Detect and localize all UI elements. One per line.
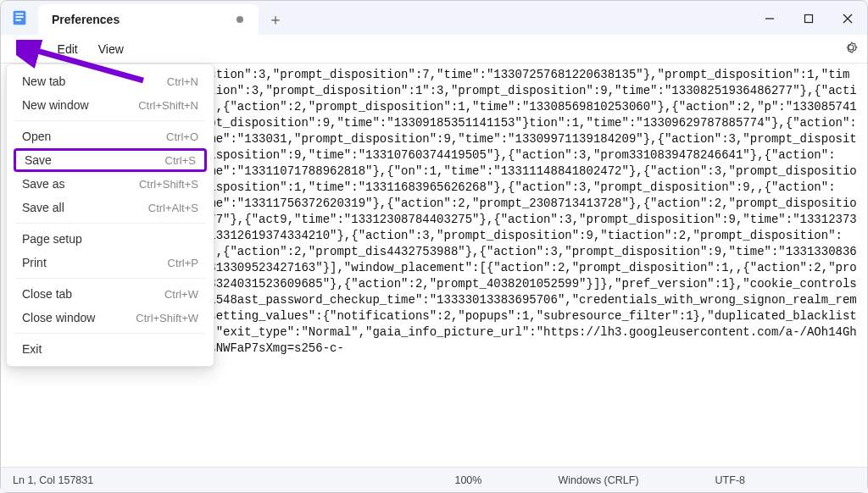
menu-separator <box>15 333 205 334</box>
svg-rect-5 <box>805 15 813 23</box>
menu-open[interactable]: Open Ctrl+O <box>7 125 214 148</box>
menu-label: Save <box>25 153 52 167</box>
menu-label: Exit <box>22 342 42 356</box>
svg-rect-3 <box>15 19 20 21</box>
menu-label: Save as <box>22 177 65 191</box>
menu-separator <box>15 120 205 121</box>
statusbar: Ln 1, Col 157831 100% Windows (CRLF) UTF… <box>1 467 867 492</box>
menu-label: Close window <box>22 311 95 324</box>
tab-title: Preferences <box>52 13 120 26</box>
menu-shortcut: Ctrl+W <box>164 288 198 301</box>
window-controls <box>750 1 867 35</box>
menu-shortcut: Ctrl+Alt+S <box>148 202 198 214</box>
status-cursor-position: Ln 1, Col 157831 <box>13 474 250 486</box>
svg-rect-1 <box>15 14 23 15</box>
svg-rect-2 <box>15 16 23 18</box>
settings-button[interactable] <box>843 40 859 58</box>
menu-label: Close tab <box>22 287 72 301</box>
file-menu-dropdown: New tab Ctrl+N New window Ctrl+Shift+N O… <box>6 64 214 367</box>
minimize-button[interactable] <box>750 5 789 32</box>
status-zoom[interactable]: 100% <box>454 474 481 486</box>
menu-label: Print <box>22 256 47 269</box>
tab-preferences[interactable]: Preferences <box>38 4 259 35</box>
menu-shortcut: Ctrl+Shift+N <box>138 99 198 112</box>
menu-save-all[interactable]: Save all Ctrl+Alt+S <box>7 196 214 219</box>
dirty-indicator-icon <box>236 16 243 23</box>
menu-close-tab[interactable]: Close tab Ctrl+W <box>7 282 214 306</box>
menu-shortcut: Ctrl+O <box>166 130 198 143</box>
menu-shortcut: Ctrl+N <box>167 75 198 88</box>
menu-label: Page setup <box>22 232 82 246</box>
maximize-button[interactable] <box>789 5 828 32</box>
menu-shortcut: Ctrl+P <box>168 257 198 269</box>
menu-shortcut: Ctrl+S <box>165 154 196 167</box>
menu-separator <box>15 223 205 224</box>
menu-edit[interactable]: Edit <box>47 37 88 61</box>
menu-file[interactable]: File <box>8 37 47 61</box>
new-tab-button[interactable]: ＋ <box>259 4 292 35</box>
menu-page-setup[interactable]: Page setup <box>7 227 214 251</box>
status-encoding[interactable]: UTF-8 <box>715 474 745 486</box>
menu-new-tab[interactable]: New tab Ctrl+N <box>7 69 214 93</box>
menu-close-window[interactable]: Close window Ctrl+Shift+W <box>7 306 214 330</box>
menu-label: Save all <box>22 201 64 214</box>
menubar: File Edit View <box>1 35 867 64</box>
menu-save-as[interactable]: Save as Ctrl+Shift+S <box>7 172 214 196</box>
menu-separator <box>15 278 205 279</box>
menu-label: New window <box>22 98 89 112</box>
menu-label: New tab <box>22 75 65 88</box>
close-button[interactable] <box>828 5 867 32</box>
menu-save[interactable]: Save Ctrl+S <box>14 148 207 172</box>
app-icon <box>1 1 38 35</box>
status-line-endings[interactable]: Windows (CRLF) <box>558 474 638 486</box>
menu-new-window[interactable]: New window Ctrl+Shift+N <box>7 93 214 117</box>
menu-shortcut: Ctrl+Shift+W <box>136 312 198 324</box>
menu-exit[interactable]: Exit <box>7 337 214 361</box>
titlebar: Preferences ＋ <box>1 1 867 35</box>
menu-print[interactable]: Print Ctrl+P <box>7 251 214 274</box>
gear-icon <box>843 40 859 55</box>
menu-label: Open <box>22 130 51 143</box>
menu-shortcut: Ctrl+Shift+S <box>139 178 198 191</box>
menu-view[interactable]: View <box>88 37 134 61</box>
